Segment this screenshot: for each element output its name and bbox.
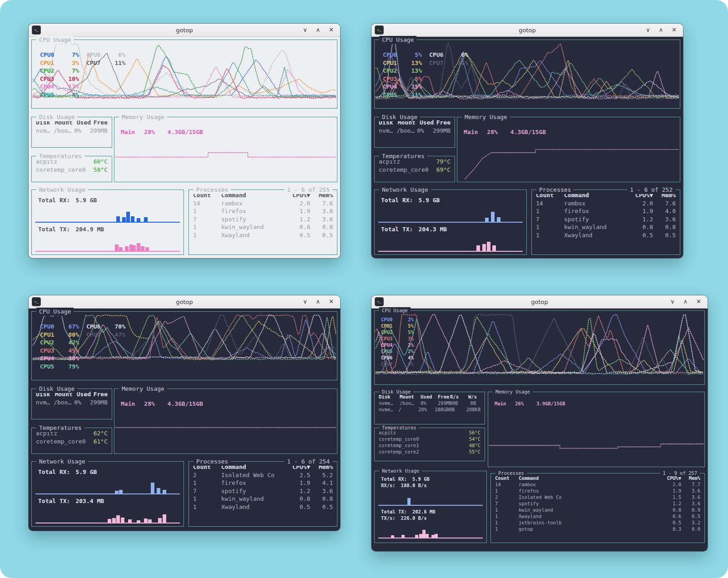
window-title: gotop: [371, 299, 708, 305]
panel-title: Network Usage: [36, 458, 88, 466]
minimize-button[interactable]: ∨: [646, 24, 650, 36]
minimize-button[interactable]: ∨: [303, 295, 307, 308]
network-tx: Total TX:203.4 MB: [35, 497, 180, 523]
panel-title: Network Usage: [36, 186, 88, 194]
panel-title: Disk Usage: [379, 389, 413, 395]
cpu-legend-item: CPU64%: [381, 354, 414, 361]
cpu-legend-item: CPU07%: [40, 51, 79, 59]
desktop: >_ gotop ∨ ∧ ✕ CPU Usage CPU07% CPU13% C…: [0, 0, 728, 578]
minimize-button[interactable]: ∨: [303, 24, 307, 36]
close-button[interactable]: ✕: [329, 295, 334, 308]
process-row[interactable]: 1Xwayland0.50.5: [189, 231, 337, 239]
panel-title: Processes: [193, 186, 231, 194]
close-button[interactable]: ✕: [672, 24, 677, 36]
process-row[interactable]: 1kwin_wayland0.80.8: [189, 223, 337, 231]
terminal-icon: >_: [375, 25, 384, 35]
cpu-legend-item: CPU067%: [40, 323, 79, 331]
process-row[interactable]: 1kwin_wayland0.80.9: [491, 507, 704, 513]
network-usage-panel: Network Usage Total RX:5.9 GB Total TX:2…: [374, 189, 527, 255]
rx-graph: [35, 481, 180, 494]
cpu-legend-item: CPU213%: [383, 67, 422, 75]
processes-panel: Processes 1 - 6 of 255 CountCommandCPU%▼…: [188, 189, 337, 255]
close-button[interactable]: ✕: [329, 24, 334, 36]
panel-title: Temperatures: [36, 424, 84, 432]
gotop-window-2: >_ gotop ∨ ∧ ✕ CPU Usage CPU05% CPU113% …: [371, 24, 683, 258]
process-row[interactable]: 14rambox2.07.6: [532, 199, 680, 208]
cpu-legend: CPU02% CPU15% CPU25% CPU33% CPU42% CPU52…: [381, 316, 414, 367]
network-rx: Total RX:5.9 GB: [35, 196, 180, 223]
network-usage-panel: Network Usage Total RX:5.9 GB Total TX:2…: [31, 189, 184, 255]
process-row[interactable]: 7spotify1.23.6: [189, 215, 337, 224]
process-row[interactable]: 1firefox1.93.8: [189, 207, 337, 215]
process-range: 1 - 9 of 257: [660, 470, 700, 476]
cpu-usage-panel: CPU Usage CPU07% CPU13% CPU27% CPU310% C…: [31, 40, 337, 109]
panel-title: Temperatures: [379, 424, 419, 431]
titlebar[interactable]: >_ gotop ∨ ∧ ✕: [371, 295, 708, 309]
process-row[interactable]: 7spotify1.23.6: [189, 487, 337, 495]
process-row[interactable]: 14rambox2.07.7: [491, 481, 704, 488]
tx-graph: [35, 238, 180, 252]
panel-title: Network Usage: [379, 186, 431, 194]
titlebar[interactable]: >_ gotop ∨ ∧ ✕: [29, 24, 340, 37]
cpu-usage-panel: CPU Usage CPU02% CPU15% CPU25% CPU33% CP…: [374, 310, 705, 385]
process-row[interactable]: 1Xwayland0.50.5: [189, 503, 337, 511]
process-row[interactable]: 14rambox2.07.6: [189, 199, 337, 208]
tx-graph: [378, 238, 523, 252]
process-row[interactable]: 1Xwayland0.50.5: [532, 231, 680, 239]
panel-title: Memory Usage: [119, 385, 167, 393]
disk-row: nvm…/boo…0%299MB: [32, 127, 112, 135]
process-row[interactable]: 2Isolated Web Co2.55.2: [189, 471, 337, 479]
temperatures-panel: Temperatures acpitz62°C coretemp_core061…: [31, 428, 112, 454]
disk-row: nvme…/boo…0%299MB0B0B: [375, 400, 485, 406]
cpu-legend-item: CPU02%: [381, 316, 414, 323]
cpu-legend-item: CPU66%: [86, 51, 125, 59]
process-row[interactable]: 1jetbrains-toolb0.53.2: [491, 519, 704, 526]
cpu-usage-panel: CPU Usage CPU05% CPU113% CPU213% CPU35% …: [374, 40, 680, 109]
cpu-legend-item: CPU52%: [381, 348, 414, 354]
maximize-button[interactable]: ∧: [659, 24, 664, 36]
close-button[interactable]: ✕: [696, 295, 701, 308]
titlebar[interactable]: >_ gotop ∨ ∧ ✕: [29, 295, 340, 309]
process-row[interactable]: 1firefox1.93.6: [491, 488, 704, 494]
process-row[interactable]: 7spotify1.23.6: [491, 500, 704, 507]
process-row[interactable]: 1kwin_wayland0.80.8: [189, 495, 337, 503]
cpu-legend-item: CPU417%: [40, 83, 79, 91]
maximize-button[interactable]: ∧: [316, 24, 321, 36]
process-row[interactable]: 7spotify1.23.6: [532, 215, 680, 224]
process-row[interactable]: 1firefox1.94.1: [189, 479, 337, 487]
process-row[interactable]: 1kwin_wayland0.80.8: [532, 223, 680, 231]
process-row[interactable]: 1gotop0.30.0: [491, 526, 704, 532]
cpu-legend-item: CPU42%: [381, 342, 414, 348]
temperature-row: coretemp_core054°C: [375, 436, 485, 442]
disk-usage-panel: Disk Usage DiskMountUsedFreeR/sW/s nvme……: [374, 392, 485, 424]
memory-usage-panel: Memory Usage Main28%4.3GB/15GB: [114, 117, 337, 182]
cpu-graph: [376, 312, 703, 384]
gotop-window-1: >_ gotop ∨ ∧ ✕ CPU Usage CPU07% CPU13% C…: [29, 24, 340, 258]
process-row[interactable]: 2Isolated Web Co1.53.6: [491, 494, 704, 500]
cpu-legend-item: CPU27%: [40, 67, 79, 75]
gotop-window-4: >_ gotop ∨ ∧ ✕ CPU Usage CPU02% CPU15% C…: [371, 295, 708, 551]
disk-row: nvm…/boo…0%299MB: [32, 399, 112, 407]
processes-panel: Processes 1 - 6 of 252 CountCommandCPU%▼…: [531, 189, 680, 255]
network-rx: Total RX:5.9 GB: [378, 196, 523, 223]
process-row[interactable]: 1firefox1.94.0: [532, 207, 680, 215]
network-rx: Total RX:5.9 GB RX/s:188.0 B/s: [378, 476, 483, 506]
maximize-button[interactable]: ∧: [316, 295, 321, 308]
cpu-legend-item: CPU54%: [40, 91, 79, 99]
disk-row: nvm…/boo…0%299MB: [375, 127, 455, 135]
memory-readout: Main26%3.9GB/15GB: [495, 400, 565, 407]
memory-usage-panel: Memory Usage Main28%4.3GB/15GB: [457, 117, 680, 182]
cpu-legend-item: CPU579%: [40, 363, 79, 371]
process-row[interactable]: 1Xwayland0.60.5: [491, 513, 704, 519]
cpu-legend-item: CPU747%: [86, 331, 125, 339]
memory-readout: Main28%4.3GB/15GB: [121, 400, 203, 408]
temperature-row: coretemp_core255°C: [375, 448, 485, 455]
panel-title: Memory Usage: [462, 113, 510, 121]
minimize-button[interactable]: ∨: [670, 295, 675, 308]
network-usage-panel: Network Usage Total RX:5.9 GB RX/s:188.0…: [374, 471, 487, 543]
titlebar[interactable]: >_ gotop ∨ ∧ ✕: [371, 24, 683, 37]
cpu-legend-item: CPU33%: [381, 335, 414, 342]
maximize-button[interactable]: ∧: [683, 295, 688, 308]
cpu-legend-item: CPU13%: [40, 59, 79, 67]
terminal-icon: >_: [375, 297, 384, 306]
